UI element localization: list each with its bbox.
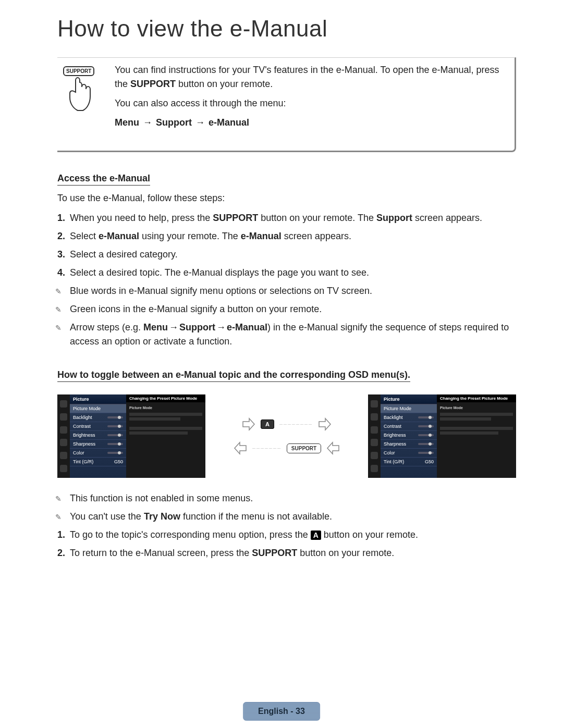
osd-row: Tint (G/R)G50 (381, 458, 437, 466)
osd-row: Backlight (381, 413, 437, 422)
middle-arrows: A ┈┈┈┈┈┈┈┈ ┈┈┈┈┈┈┈ SUPPORT (211, 417, 363, 455)
t: Contrast (73, 424, 91, 429)
osd-row: Picture Mode (381, 404, 437, 413)
note-icon: ✎ (55, 512, 62, 523)
path-emanual: e-Manual (209, 117, 249, 128)
t: SUPPORT (252, 548, 297, 558)
t: button on your remote. (321, 529, 418, 540)
support-icon-column: SUPPORT (57, 63, 99, 135)
osd-sidebar (368, 394, 381, 478)
t: Changing the Preset Picture Mode (437, 394, 516, 402)
t: Menu (143, 322, 168, 332)
osd-right-panel: Changing the Preset Picture Mode Picture… (126, 394, 205, 478)
step-num: 1. (57, 528, 65, 542)
section1-steps: 1. When you need to help, press the SUPP… (57, 211, 516, 349)
t: To go to the topic's corresponding menu … (70, 529, 311, 540)
note-item: ✎ This function is not enabled in some m… (57, 491, 516, 505)
t: SUPPORT (213, 213, 258, 223)
t: Brightness (73, 433, 95, 438)
support-label: SUPPORT (63, 66, 94, 76)
arrow-left-icon (326, 441, 340, 455)
osd-row: Tint (G/R)G50 (70, 458, 126, 466)
osd-left: Picture Picture Mode Backlight Contrast … (57, 394, 205, 478)
step-item: 1. To go to the topic's corresponding me… (57, 528, 516, 542)
page-title: How to view the e-Manual (57, 16, 516, 42)
note-item: ✎ Arrow steps (e.g. Menu → Support → e-M… (57, 320, 516, 349)
t: e-Manual (241, 231, 282, 241)
t: screen appears. (282, 231, 351, 241)
hand-icon (63, 77, 94, 116)
t: Tint (G/R) (73, 459, 93, 464)
intro-p1c: button on your remote. (176, 79, 273, 89)
step-num: 2. (57, 546, 65, 560)
step-num: 4. (57, 266, 65, 280)
faux-text: ┈┈┈┈┈┈┈ (252, 446, 282, 451)
t: Sharpness (384, 441, 406, 447)
t: Select (70, 231, 99, 241)
osd-list: Picture Picture Mode Backlight Contrast … (381, 394, 437, 478)
step-item: 2. To return to the e-Manual screen, pre… (57, 546, 516, 560)
t: Brightness (384, 433, 406, 438)
t: screen appears. (412, 213, 482, 223)
note-icon: ✎ (55, 323, 62, 334)
support-button-icon: SUPPORT (60, 66, 96, 116)
path-menu: Menu (115, 117, 139, 128)
note-item: ✎ Green icons in the e-Manual signify a … (57, 302, 516, 316)
page-footer: English - 33 (243, 702, 320, 721)
support-button-icon: SUPPORT (287, 443, 321, 453)
osd-right-panel: Changing the Preset Picture Mode Picture… (437, 394, 516, 478)
osd-row: Brightness (381, 431, 437, 440)
arrow-icon: → (168, 320, 179, 335)
figures-row: Picture Picture Mode Backlight Contrast … (57, 394, 516, 478)
arrow-right-icon (242, 417, 255, 431)
t: Picture Mode (73, 406, 101, 411)
note-item: ✎ You can't use the Try Now function if … (57, 510, 516, 524)
intro-p1b: SUPPORT (130, 79, 176, 89)
faux-text: ┈┈┈┈┈┈┈┈ (279, 422, 313, 427)
osd-sidebar (57, 394, 70, 478)
section1-heading: Access the e-Manual (57, 173, 150, 186)
arrow-left-icon (234, 441, 247, 455)
arrow-icon: → (142, 116, 153, 130)
t: Picture Mode (129, 405, 202, 411)
osd-row: Contrast (70, 422, 126, 431)
note-icon: ✎ (55, 304, 62, 315)
t: When you need to help, press the (70, 213, 213, 223)
osd-row: Sharpness (381, 440, 437, 449)
t: Changing the Preset Picture Mode (126, 394, 205, 402)
t: Color (73, 450, 84, 455)
osd-row: Picture Mode (70, 404, 126, 413)
t: button on your remote. The (258, 213, 376, 223)
intro-text: You can find instructions for your TV's … (115, 63, 504, 135)
t: Backlight (73, 415, 92, 420)
arrow-icon: → (215, 320, 227, 335)
t: button on your remote. (297, 548, 394, 558)
step-num: 2. (57, 229, 65, 243)
t: Tint (G/R) (384, 459, 404, 464)
osd-row: Color (70, 449, 126, 458)
t: Blue words in e-Manual signify menu opti… (70, 286, 372, 296)
intro-box: SUPPORT You can find instructions for yo… (57, 57, 516, 152)
t: Sharpness (73, 441, 95, 447)
section1-intro: To use the e-Manual, follow these steps: (57, 193, 516, 204)
t: function if the menu is not available. (180, 511, 332, 522)
t: using your remote. The (139, 231, 241, 241)
osd-row: Brightness (70, 431, 126, 440)
a-button-icon: A (311, 530, 321, 540)
intro-p2: You can also access it through the menu: (115, 96, 504, 110)
osd-header: Picture (70, 394, 126, 404)
arrow-icon: → (194, 116, 206, 130)
section2-heading: How to toggle between an e-Manual topic … (57, 369, 410, 382)
osd-right: Picture Picture Mode Backlight Contrast … (368, 394, 516, 478)
t: Try Now (144, 511, 180, 522)
t: Picture Mode (384, 406, 411, 411)
t: This function is not enabled in some men… (70, 493, 253, 503)
t: Support (376, 213, 412, 223)
t: Backlight (384, 415, 403, 420)
t: Picture Mode (440, 405, 513, 411)
t: Select a desired category. (70, 249, 178, 260)
t: Select a desired topic. The e-Manual dis… (70, 267, 369, 278)
section2-steps: ✎ This function is not enabled in some m… (57, 491, 516, 560)
a-button-icon: A (261, 419, 274, 429)
t: To return to the e-Manual screen, press … (70, 548, 252, 558)
